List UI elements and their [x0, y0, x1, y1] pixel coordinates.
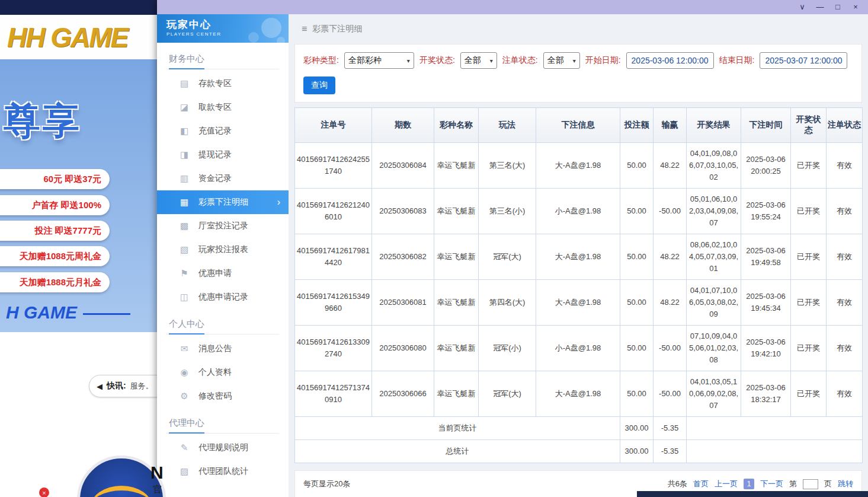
page-summary-label: 当前页统计 [295, 417, 620, 440]
promo-banner: 天加赠1088元周礼金 [0, 246, 110, 266]
message-announcements-icon: ✉ [180, 343, 189, 354]
cell-bet_status: 有效 [827, 143, 863, 189]
cell-amount: 50.00 [620, 143, 654, 189]
sidebar-item-promo-application[interactable]: ⚑优惠申请 [157, 262, 289, 285]
cell-bet_id: 401569174126179814420 [295, 234, 372, 280]
cell-play: 第四名(大) [479, 280, 536, 326]
table-row: 40156917412617981442020250306082幸运飞艇新冠军(… [295, 234, 863, 280]
chevron-down-icon: ▾ [490, 58, 493, 64]
sidebar-item-label: 优惠申请 [198, 268, 232, 279]
end-date-input[interactable]: 2025-03-07 12:00:00 [760, 52, 847, 69]
sidebar-item-withdraw-zone[interactable]: ◪取款专区 [157, 95, 289, 119]
sidebar-item-agent-team-stats[interactable]: ▨代理团队统计 [157, 460, 289, 483]
sidebar-item-deposit-zone[interactable]: ▤存款专区 [157, 72, 289, 95]
personal-profile-icon: ◉ [180, 367, 189, 378]
cell-draw_status: 已开奖 [791, 326, 827, 371]
cell-lottery: 幸运飞艇新 [434, 189, 479, 234]
cell-bet_info: 大-A盘@1.98 [536, 143, 620, 189]
bet-status-select[interactable]: 全部 ▾ [543, 52, 580, 69]
cell-winloss: 48.22 [654, 143, 687, 189]
cell-bet_id: 401569174126153499660 [295, 280, 372, 326]
sidebar: 玩家中心 PLAYERS CENTER 财务中心▤存款专区◪取款专区◧充值记录◨… [157, 14, 289, 497]
cell-draw_status: 已开奖 [791, 189, 827, 234]
cell-amount: 50.00 [620, 326, 654, 371]
sidebar-item-label: 彩票下注明细 [198, 197, 248, 208]
draw-status-value: 全部 [465, 55, 481, 66]
window-close-icon[interactable]: × [847, 0, 864, 14]
withdraw-zone-icon: ◪ [180, 102, 189, 113]
cell-result: 04,01,09,08,06,07,03,10,05,02 [687, 143, 741, 189]
sidebar-item-personal-profile[interactable]: ◉个人资料 [157, 361, 289, 384]
search-button[interactable]: 查询 [303, 77, 335, 94]
cell-result: 04,01,03,05,10,06,09,02,08,07 [687, 371, 741, 417]
sidebar-item-label: 取款专区 [198, 102, 232, 113]
current-page-button[interactable]: 1 [744, 479, 754, 489]
agent-team-stats-icon: ▨ [180, 466, 189, 477]
cell-bet_id: 401569174126133092740 [295, 326, 372, 371]
page-jump-input[interactable] [803, 479, 818, 489]
cell-period: 20250306081 [372, 280, 434, 326]
prev-page-link[interactable]: 上一页 [715, 479, 738, 489]
next-page-link[interactable]: 下一页 [760, 479, 783, 489]
window-minimize-icon[interactable]: — [811, 0, 829, 14]
sidebar-item-agent-rules[interactable]: ✎代理规则说明 [157, 436, 289, 460]
sidebar-item-label: 厅室投注记录 [198, 221, 248, 231]
sidebar-item-label: 个人资料 [198, 367, 232, 378]
cell-bet_status: 有效 [827, 280, 863, 326]
bet-table-card: 注单号期数彩种名称玩法下注信息投注额输赢开奖结果下注时间开奖状态注单状态 401… [294, 107, 862, 463]
player-bet-report-icon: ▧ [180, 244, 189, 255]
window-chevron-icon[interactable]: ∨ [793, 0, 811, 14]
column-header: 开奖状态 [791, 108, 827, 143]
cell-amount: 50.00 [620, 234, 654, 280]
cell-bet_time: 2025-03-06 19:55:24 [741, 189, 791, 234]
sidebar-item-change-password[interactable]: ⚙修改密码 [157, 384, 289, 408]
cell-period: 20250306083 [372, 189, 434, 234]
sidebar-item-label: 消息公告 [198, 343, 232, 354]
cell-bet_status: 有效 [827, 371, 863, 417]
window-maximize-icon[interactable]: □ [829, 0, 847, 14]
cell-bet_status: 有效 [827, 189, 863, 234]
sidebar-item-message-announcements[interactable]: ✉消息公告 [157, 337, 289, 361]
sidebar-item-label: 充值记录 [198, 126, 232, 136]
cell-draw_status: 已开奖 [791, 280, 827, 326]
cell-lottery: 幸运飞艇新 [434, 143, 479, 189]
ad-close-icon[interactable]: × [39, 488, 49, 497]
cell-amount: 50.00 [620, 189, 654, 234]
total-summary-winloss: -5.35 [654, 440, 687, 463]
draw-status-select[interactable]: 全部 ▾ [460, 52, 497, 69]
sidebar-item-player-bet-report[interactable]: ▧玩家投注报表 [157, 238, 289, 262]
main-panel: ≡ 彩票下注明细 彩种类型: 全部彩种 ▾ 开奖状态: 全部 ▾ 注单状态: [289, 14, 868, 497]
promo-banner: 天加赠1888元月礼金 [0, 272, 110, 292]
menu-icon: ≡ [302, 24, 307, 34]
promo-application-icon: ⚑ [180, 268, 189, 279]
change-password-icon: ⚙ [180, 391, 189, 402]
sidebar-nav: 财务中心▤存款专区◪取款专区◧充值记录◨提现记录▥资金记录▦彩票下注明细›▩厅室… [157, 43, 289, 497]
table-row: 40156917412613309274020250306080幸运飞艇新冠军(… [295, 326, 863, 371]
bet-table: 注单号期数彩种名称玩法下注信息投注额输赢开奖结果下注时间开奖状态注单状态 401… [294, 107, 863, 463]
jump-link[interactable]: 跳转 [838, 479, 853, 489]
start-date-label: 开始日期: [585, 55, 621, 66]
agent-rules-icon: ✎ [180, 442, 189, 453]
sidebar-item-fund-records[interactable]: ▥资金记录 [157, 167, 289, 190]
sidebar-item-recharge-records[interactable]: ◧充值记录 [157, 119, 289, 143]
first-page-link[interactable]: 首页 [693, 479, 709, 489]
cell-bet_time: 2025-03-06 20:00:25 [741, 143, 791, 189]
hall-bet-records-icon: ▩ [180, 221, 189, 231]
cell-draw_status: 已开奖 [791, 371, 827, 417]
page-summary-winloss: -5.35 [654, 417, 687, 440]
column-header: 期数 [372, 108, 434, 143]
per-page-label: 每页显示20条 [303, 479, 350, 489]
chevron-down-icon: ▾ [573, 58, 576, 64]
page-word-prefix: 第 [789, 479, 797, 489]
start-date-input[interactable]: 2025-03-06 12:00:00 [626, 52, 714, 69]
sidebar-item-withdrawal-records[interactable]: ◨提现记录 [157, 143, 289, 167]
chevron-right-icon: › [277, 197, 280, 208]
sidebar-item-hall-bet-records[interactable]: ▩厅室投注记录 [157, 214, 289, 238]
sidebar-item-promo-application-records[interactable]: ◫优惠申请记录 [157, 285, 289, 309]
cell-period: 20250306066 [372, 371, 434, 417]
sidebar-item-lottery-bet-details[interactable]: ▦彩票下注明细› [157, 190, 289, 214]
big-promo-text: 尊享 [4, 96, 82, 146]
cell-winloss: -50.00 [654, 326, 687, 371]
cell-bet_info: 小-A盘@1.98 [536, 326, 620, 371]
lottery-type-select[interactable]: 全部彩种 ▾ [344, 52, 414, 69]
